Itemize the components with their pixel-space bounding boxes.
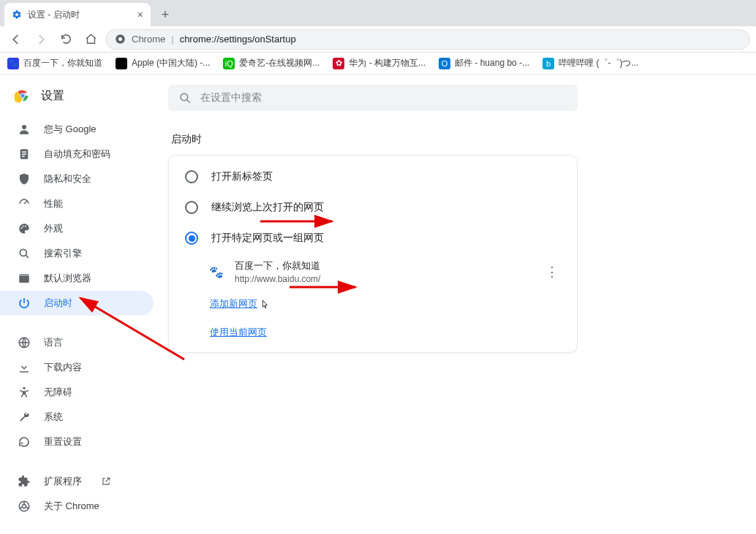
- person-icon: [18, 123, 31, 136]
- cursor-icon: [259, 298, 271, 311]
- svg-rect-9: [22, 156, 25, 157]
- settings-title: 设置: [41, 88, 64, 104]
- add-new-page-link[interactable]: 添加新网页: [210, 298, 257, 309]
- tab-title: 设置 - 启动时: [28, 9, 80, 21]
- sidebar-item-label: 默认浏览器: [44, 272, 91, 285]
- sidebar-item-shield[interactable]: 隐私和安全: [0, 167, 154, 191]
- section-title: 启动时: [171, 133, 756, 146]
- startup-page-row: 🐾 百度一下，你就知道 http://www.baidu.com/ ⋮: [169, 253, 577, 290]
- browser-toolbar: Chrome | chrome://settings/onStartup: [0, 26, 756, 53]
- address-bar[interactable]: Chrome | chrome://settings/onStartup: [105, 29, 750, 50]
- sidebar-item-label: 无障碍: [44, 386, 72, 399]
- sidebar-item-label: 扩展程序: [44, 475, 82, 488]
- form-icon: [18, 148, 31, 161]
- bookmark-item[interactable]: Apple (中国大陆) -...: [116, 57, 210, 69]
- svg-point-10: [21, 227, 23, 229]
- svg-point-12: [25, 226, 26, 227]
- sidebar-item-download[interactable]: 下载内容: [0, 355, 154, 380]
- palette-icon: [18, 222, 31, 235]
- browser-icon: [18, 272, 31, 285]
- speed-icon: [18, 197, 31, 210]
- search-icon: [178, 91, 192, 104]
- back-button[interactable]: [6, 29, 26, 50]
- shield-icon: [18, 172, 31, 186]
- sidebar-item-label: 语言: [44, 336, 63, 349]
- extension-icon: [18, 475, 31, 488]
- sidebar-item-wrench[interactable]: 系统: [0, 405, 154, 430]
- sidebar-item-form[interactable]: 自动填充和密码: [0, 142, 154, 167]
- chrome-icon: [18, 500, 31, 513]
- sidebar-item-label: 外观: [44, 222, 63, 235]
- svg-point-13: [20, 249, 26, 256]
- browser-tab[interactable]: 设置 - 启动时 ×: [4, 3, 151, 26]
- bookmark-item[interactable]: 🐾 百度一下，你就知道: [7, 57, 102, 69]
- svg-rect-15: [19, 274, 29, 276]
- url-path: chrome://settings/onStartup: [180, 34, 296, 45]
- settings-sidebar: 设置 您与 Google自动填充和密码隐私和安全性能外观搜索引擎默认浏览器启动时…: [0, 75, 168, 534]
- sidebar-item-palette[interactable]: 外观: [0, 216, 154, 241]
- bilibili-icon: b: [543, 58, 554, 69]
- bookmark-item[interactable]: O 邮件 - huang bo -...: [439, 57, 529, 69]
- gear-icon: [12, 9, 22, 20]
- bookmarks-bar: 🐾 百度一下，你就知道 Apple (中国大陆) -... iQ 爱奇艺-在线视…: [0, 53, 756, 75]
- radio-specific-pages[interactable]: 打开特定网页或一组网页: [169, 223, 577, 253]
- open-in-new-icon: [101, 476, 111, 487]
- sidebar-item-power[interactable]: 启动时: [0, 291, 154, 316]
- svg-point-17: [23, 387, 25, 389]
- sidebar-item-label: 启动时: [44, 297, 72, 310]
- globe-icon: [18, 336, 31, 349]
- svg-rect-7: [22, 151, 26, 153]
- search-placeholder: 在设置中搜索: [200, 91, 262, 104]
- sidebar-item-browser[interactable]: 默认浏览器: [0, 266, 154, 291]
- sidebar-item-label: 重置设置: [44, 435, 82, 449]
- startup-page-url: http://www.baidu.com/: [235, 274, 320, 284]
- search-icon: [18, 247, 31, 260]
- sidebar-item-globe[interactable]: 语言: [0, 330, 154, 355]
- use-current-pages-link[interactable]: 使用当前网页: [210, 327, 267, 337]
- chrome-icon: [115, 34, 126, 45]
- sidebar-item-speed[interactable]: 性能: [0, 191, 154, 216]
- sidebar-item-extension[interactable]: 扩展程序: [0, 469, 154, 494]
- radio-continue[interactable]: 继续浏览上次打开的网页: [169, 192, 577, 223]
- radio-new-tab[interactable]: 打开新标签页: [169, 161, 577, 192]
- iqiyi-icon: iQ: [223, 58, 235, 69]
- sidebar-item-label: 搜索引擎: [44, 247, 82, 260]
- svg-point-5: [22, 125, 26, 129]
- settings-main: 在设置中搜索 启动时 打开新标签页 继续浏览上次打开的网页 打开特定网页或一组网…: [168, 75, 756, 534]
- svg-point-11: [23, 226, 24, 227]
- bookmark-item[interactable]: b 哔哩哔哩 (゜-゜)つ...: [543, 57, 638, 69]
- sidebar-item-person[interactable]: 您与 Google: [0, 117, 154, 142]
- sidebar-item-label: 下载内容: [44, 361, 82, 374]
- sidebar-item-search[interactable]: 搜索引擎: [0, 241, 154, 266]
- sidebar-item-label: 自动填充和密码: [44, 148, 110, 161]
- reload-button[interactable]: [56, 29, 76, 50]
- sidebar-item-chrome[interactable]: 关于 Chrome: [0, 494, 154, 519]
- radio-icon: [185, 201, 198, 214]
- sidebar-item-label: 系统: [44, 411, 63, 424]
- sidebar-item-label: 您与 Google: [44, 123, 97, 136]
- sidebar-item-label: 关于 Chrome: [44, 500, 99, 513]
- more-menu-icon[interactable]: ⋮: [543, 264, 561, 280]
- sidebar-item-label: 隐私和安全: [44, 172, 91, 186]
- chrome-logo-icon: [15, 88, 31, 104]
- sidebar-item-reset[interactable]: 重置设置: [0, 430, 154, 454]
- new-tab-button[interactable]: +: [155, 4, 175, 25]
- outlook-icon: O: [439, 58, 450, 69]
- huawei-icon: ✿: [333, 58, 344, 69]
- forward-button[interactable]: [31, 29, 51, 50]
- close-icon[interactable]: ×: [137, 9, 143, 20]
- startup-card: 打开新标签页 继续浏览上次打开的网页 打开特定网页或一组网页 🐾 百度一下，你就…: [168, 155, 578, 353]
- svg-point-20: [181, 94, 188, 101]
- svg-point-1: [118, 37, 122, 41]
- radio-icon-selected: [185, 232, 198, 245]
- bookmark-item[interactable]: ✿ 华为 - 构建万物互...: [333, 57, 426, 69]
- download-icon: [18, 361, 31, 374]
- bookmark-item[interactable]: iQ 爱奇艺-在线视频网...: [223, 57, 320, 69]
- home-button[interactable]: [80, 29, 101, 50]
- power-icon: [18, 297, 31, 310]
- sidebar-item-accessibility[interactable]: 无障碍: [0, 380, 154, 405]
- tab-strip: 设置 - 启动时 × +: [0, 0, 756, 26]
- origin-label: Chrome: [132, 34, 165, 45]
- settings-search[interactable]: 在设置中搜索: [168, 85, 578, 111]
- wrench-icon: [18, 411, 31, 424]
